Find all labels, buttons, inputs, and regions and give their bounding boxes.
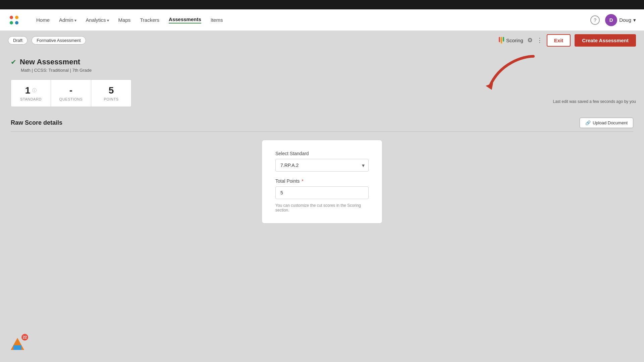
upload-icon: 🔗 [585,120,591,125]
nav-links: Home Admin Analytics Maps Trackers Asses… [36,16,580,23]
user-avatar: D [605,14,617,26]
required-marker: * [300,178,303,184]
scoring-button[interactable]: Scoring [499,37,523,44]
stats-row: 1 ⓘ STANDARD - QUESTIONS 5 POINTS [11,79,633,107]
logo-badge: 22 [21,334,28,341]
section-title: Raw Score details [11,119,62,126]
nav-items[interactable]: Items [211,17,223,23]
tag-bar-right: Scoring ⚙ ⋮ Exit Create Assessment [499,34,636,47]
check-icon: ✔ [11,58,16,66]
app-logo[interactable] [8,14,20,26]
bar-green [503,37,504,42]
admin-chevron [74,17,76,23]
stat-points-label: POINTS [99,97,123,101]
svg-point-1 [15,16,18,19]
total-points-label: Total Points * [275,178,369,184]
stat-questions-value: - [59,85,83,96]
nav-trackers[interactable]: Trackers [140,17,159,23]
select-standard-input[interactable]: 7.RP.A.2 [275,159,369,172]
help-button[interactable]: ? [590,15,600,25]
section-header: Raw Score details 🔗 Upload Document [11,118,633,132]
exit-button[interactable]: Exit [547,34,571,47]
form-card: Select Standard 7.RP.A.2 ▾ Total Points … [262,140,382,224]
assessment-meta: Math | CCSS: Traditional | 7th Grade [21,68,633,73]
total-points-input[interactable] [275,186,369,199]
create-assessment-button[interactable]: Create Assessment [575,34,636,47]
more-options-icon[interactable]: ⋮ [537,37,543,44]
scoring-icon [499,37,504,44]
settings-icon[interactable]: ⚙ [527,37,533,44]
draft-tag[interactable]: Draft [8,36,28,45]
analytics-chevron [107,17,109,23]
formative-tag[interactable]: Formative Assessment [32,36,86,45]
stat-standard-label: STANDARD [19,97,43,101]
upload-document-button[interactable]: 🔗 Upload Document [580,118,633,128]
bottom-logo-container: 22 [8,335,27,354]
nav-maps[interactable]: Maps [118,17,131,23]
nav-analytics[interactable]: Analytics [86,17,109,23]
upload-label: Upload Document [593,120,628,125]
bar-red [499,37,500,42]
nav-assessments[interactable]: Assessments [169,16,201,23]
assessment-title-row: ✔ New Assessment [11,58,633,66]
main-content: Last edit was saved a few seconds ago by… [0,50,644,362]
nav-admin[interactable]: Admin [59,17,76,23]
bottom-logo[interactable]: 22 [8,335,27,354]
last-saved: Last edit was saved a few seconds ago by… [553,99,636,104]
user-name: Doug [619,17,631,23]
select-standard-label: Select Standard [275,151,369,156]
stat-standard-value: 1 [25,85,31,96]
top-bar [0,0,644,9]
form-hint: You can customize the cut scores in the … [275,203,369,213]
user-chevron: ▾ [633,17,636,23]
bar-orange [501,37,502,44]
svg-point-3 [15,21,18,24]
select-standard-wrapper: 7.RP.A.2 ▾ [275,159,369,172]
stat-questions-label: QUESTIONS [59,97,83,101]
nav-home[interactable]: Home [36,17,50,23]
svg-point-0 [10,16,13,19]
stat-standard: 1 ⓘ STANDARD [11,79,51,107]
tag-bar: Draft Formative Assessment Scoring ⚙ ⋮ E… [0,31,644,50]
stat-standard-info[interactable]: ⓘ [32,87,37,94]
stat-questions: - QUESTIONS [51,79,91,107]
nav-right: ? D Doug ▾ [590,14,636,26]
scoring-label: Scoring [506,38,523,43]
user-menu[interactable]: D Doug ▾ [605,14,636,26]
assessment-title: New Assessment [20,58,80,66]
navbar: Home Admin Analytics Maps Trackers Asses… [0,9,644,31]
stat-points-value: 5 [99,85,123,96]
svg-rect-6 [13,345,21,350]
svg-point-2 [10,21,13,24]
stat-points: 5 POINTS [91,79,131,107]
